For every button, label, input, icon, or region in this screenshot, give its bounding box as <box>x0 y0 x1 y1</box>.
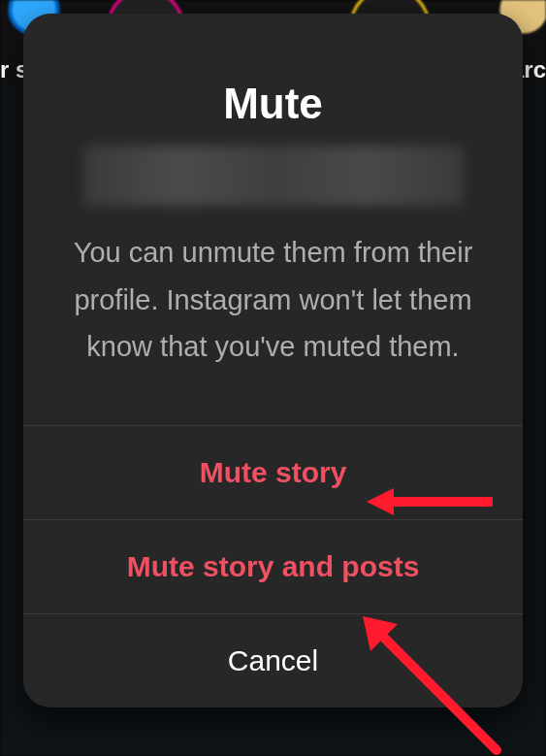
cancel-label: Cancel <box>228 644 318 677</box>
mute-story-and-posts-button[interactable]: Mute story and posts <box>23 519 523 613</box>
dialog-header: Mute You can unmute them from their prof… <box>23 14 523 425</box>
mute-story-and-posts-label: Mute story and posts <box>127 550 420 583</box>
redacted-username <box>83 146 464 206</box>
cancel-button[interactable]: Cancel <box>23 613 523 707</box>
mute-story-button[interactable]: Mute story <box>23 425 523 519</box>
dialog-title: Mute <box>62 80 484 128</box>
dialog-description: You can unmute them from their profile. … <box>62 229 484 371</box>
mute-story-label: Mute story <box>200 456 347 489</box>
mute-dialog: Mute You can unmute them from their prof… <box>23 14 523 707</box>
